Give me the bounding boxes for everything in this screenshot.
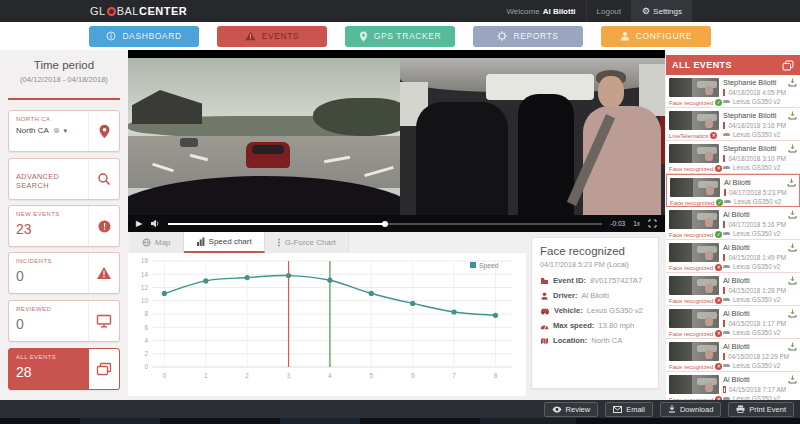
events-panel-title: ALL EVENTS xyxy=(672,60,732,70)
download-event-icon[interactable] xyxy=(788,144,797,153)
region-map-button[interactable] xyxy=(88,111,119,151)
advanced-search-button[interactable] xyxy=(88,159,119,199)
nav-events[interactable]: EVENTS xyxy=(217,26,327,47)
download-event-icon[interactable] xyxy=(788,78,797,87)
event-list-item[interactable]: Face recognized ✓ Al Bilotti 04/17/2018 … xyxy=(666,207,800,240)
event-list-item[interactable]: Face recognized ✓ Al Bilotti 04/17/2018 … xyxy=(666,174,800,207)
nav-configure[interactable]: CONFIGURE xyxy=(601,26,711,47)
events-list[interactable]: Face recognized ✓ Stephanie Bilotti 04/1… xyxy=(666,75,800,400)
review-button[interactable]: Review xyxy=(544,402,599,417)
event-list-item[interactable]: Face recognized ✕ Al Bilotti 04/15/2018 … xyxy=(666,372,800,400)
counter-all-events[interactable]: ALL EVENTS 28 xyxy=(8,348,120,390)
event-status: Face recognized ✕ xyxy=(669,363,722,370)
driver-face xyxy=(598,76,624,108)
event-date: 04/15/2018 7:17 AM xyxy=(723,385,786,394)
region-value: North CA xyxy=(16,126,49,135)
event-list-item[interactable]: Face recognized ✕ Stephanie Bilotti 04/1… xyxy=(666,141,800,174)
download-event-icon[interactable] xyxy=(788,342,797,351)
event-list-item[interactable]: Face recognized ✕ Al Bilotti 04/15/2018 … xyxy=(666,306,800,339)
car-icon xyxy=(723,265,730,269)
reports-icon xyxy=(497,31,507,41)
download-event-icon[interactable] xyxy=(788,276,797,285)
event-driver-name: Al Bilotti xyxy=(724,178,785,188)
event-vehicle: Lexus GS350 v2 xyxy=(723,229,786,238)
car-icon xyxy=(723,364,730,368)
event-list-item[interactable]: Face recognized ✕ Al Bilotti 04/15/2018 … xyxy=(666,273,800,306)
event-list-item[interactable]: LiveTelematics ✕ Stephanie Bilotti 04/18… xyxy=(666,108,800,141)
settings-button[interactable]: ⚙ Settings xyxy=(631,0,692,22)
region-select[interactable]: North CA ⊗ ▾ xyxy=(16,126,88,135)
counter-reviewed[interactable]: REVIEWED 0 xyxy=(8,300,120,342)
printer-icon xyxy=(736,405,745,413)
seek-knob[interactable] xyxy=(382,221,388,227)
vehicle-ahead xyxy=(246,142,290,168)
event-status-label: Face recognized xyxy=(669,298,713,304)
advanced-search-card[interactable]: ADVANCED SEARCH xyxy=(8,158,120,200)
print-event-button[interactable]: Print Event xyxy=(728,402,794,417)
car-icon xyxy=(724,200,731,204)
event-thumbnail[interactable] xyxy=(669,342,719,361)
calendar-icon xyxy=(723,254,725,261)
envelope-icon xyxy=(613,406,622,413)
download-event-icon[interactable] xyxy=(788,375,797,384)
event-thumbnail[interactable] xyxy=(669,210,719,229)
volume-icon[interactable] xyxy=(150,219,160,228)
calendar-icon xyxy=(723,89,725,96)
nav-dashboard[interactable]: DASHBOARD xyxy=(89,26,199,47)
play-button[interactable]: ▶ xyxy=(136,220,142,228)
event-thumbnail[interactable] xyxy=(669,111,719,130)
tab-speed-chart[interactable]: Speed chart xyxy=(184,232,265,253)
tab-g-force-chart[interactable]: G-Force Chart xyxy=(265,232,349,253)
event-thumbnail[interactable] xyxy=(669,309,719,328)
download-event-icon[interactable] xyxy=(788,243,797,252)
gear-icon: ⚙ xyxy=(642,6,650,16)
speed-point xyxy=(286,273,291,278)
event-thumbnail[interactable] xyxy=(669,78,719,97)
event-thumbnail[interactable] xyxy=(669,243,719,262)
advanced-search-label: ADVANCED SEARCH xyxy=(16,172,88,190)
seek-bar[interactable] xyxy=(168,223,602,225)
chevron-down-icon[interactable]: ▾ xyxy=(64,127,68,135)
download-event-icon[interactable] xyxy=(788,210,797,219)
svg-text:3: 3 xyxy=(287,372,291,379)
pages-icon[interactable] xyxy=(782,60,794,71)
email-button[interactable]: Email xyxy=(605,402,653,417)
event-list-item[interactable]: Face recognized ✓ Stephanie Bilotti 04/1… xyxy=(666,75,800,108)
region-label: NORTH CA xyxy=(16,116,88,122)
download-event-icon[interactable] xyxy=(788,111,797,120)
clear-region-icon[interactable]: ⊗ xyxy=(53,126,60,135)
event-list-item[interactable]: Face recognized ✕ Al Bilotti 04/15/2018 … xyxy=(666,240,800,273)
detail-max-speed: Max speed: 13.80 mph xyxy=(540,321,650,330)
status-icon: ✕ xyxy=(715,297,722,304)
event-timestamp: 04/17/2018 5:23 PM (Local) xyxy=(540,260,650,269)
event-list-item[interactable]: Face recognized ✕ Al Bilotti 04/15/2018 … xyxy=(666,339,800,372)
event-date: 04/17/2018 5:16 PM xyxy=(723,220,786,229)
playback-rate[interactable]: 1x xyxy=(633,220,640,227)
time-period-range[interactable]: (04/12/2018 - 04/18/2018) xyxy=(0,75,128,84)
event-thumbnail[interactable] xyxy=(670,178,720,197)
counter-new-events[interactable]: NEW EVENTS 23 xyxy=(8,205,120,247)
download-event-icon[interactable] xyxy=(788,309,797,318)
event-thumbnail[interactable] xyxy=(669,276,719,295)
download-event-icon[interactable] xyxy=(787,178,796,187)
fullscreen-icon[interactable] xyxy=(648,219,657,228)
person-icon xyxy=(540,292,549,300)
car-icon xyxy=(723,166,730,170)
download-button[interactable]: Download xyxy=(660,402,721,417)
event-date: 04/15/2018 12:29 PM xyxy=(723,352,786,361)
logo-text-center: CENTER xyxy=(139,5,187,17)
event-status-label: LiveTelematics xyxy=(669,133,708,139)
nav-reports[interactable]: REPORTS xyxy=(473,26,583,47)
logout-link[interactable]: Logout xyxy=(586,0,631,22)
counter-incidents[interactable]: INCIDENTS 0 xyxy=(8,252,120,294)
event-status-label: Face recognized xyxy=(669,166,713,172)
nav-gps-tracker[interactable]: GPS TRACKER xyxy=(345,26,455,47)
region-filter-card: NORTH CA North CA ⊗ ▾ xyxy=(8,110,120,152)
speed-chart-panel: 0246810121416012345678Speed xyxy=(128,253,526,396)
video-player[interactable]: ▶ -0:03 1x xyxy=(128,50,665,232)
event-thumbnail[interactable] xyxy=(669,144,719,163)
cabin-camera-view xyxy=(400,58,665,215)
speed-point xyxy=(451,309,456,314)
tab-map[interactable]: Map xyxy=(130,232,184,253)
event-thumbnail[interactable] xyxy=(669,375,719,394)
